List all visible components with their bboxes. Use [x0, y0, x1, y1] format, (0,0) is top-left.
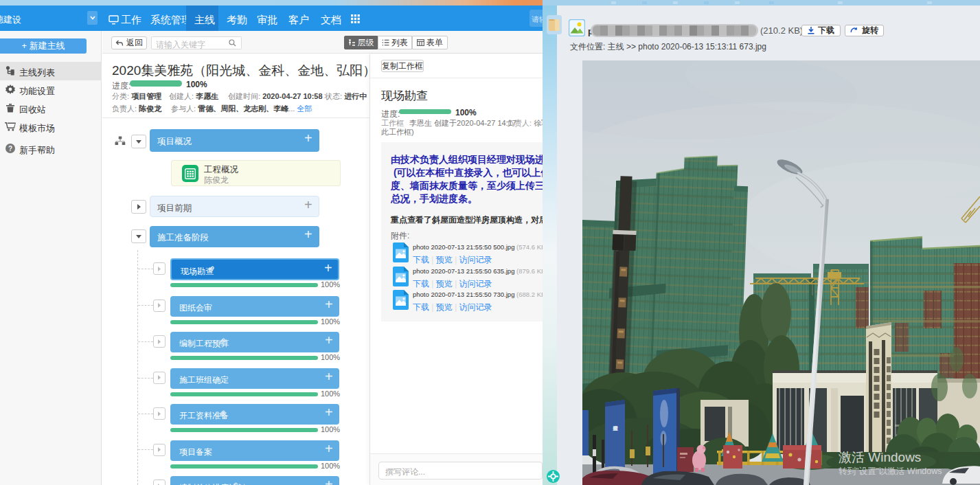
svg-text:?: ?	[8, 145, 12, 153]
